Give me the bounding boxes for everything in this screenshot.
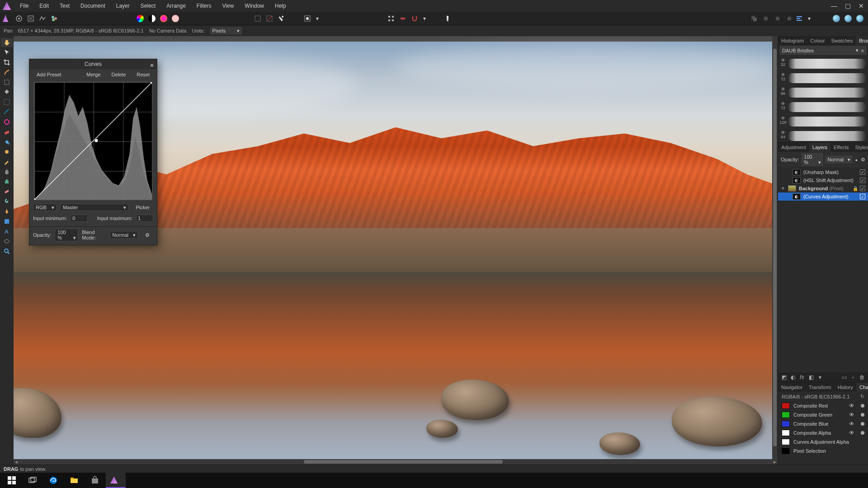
marquee-tool-icon[interactable] bbox=[1, 78, 13, 87]
curves-close-icon[interactable]: ✕ bbox=[150, 61, 154, 70]
brush-preset[interactable]: 64 bbox=[780, 129, 866, 142]
channel-visibility-icon[interactable]: 👁 bbox=[849, 421, 854, 427]
input-max-field[interactable] bbox=[136, 215, 153, 222]
blendmode-select[interactable]: Normal bbox=[110, 231, 138, 239]
menu-view[interactable]: View bbox=[217, 1, 240, 11]
menu-layer[interactable]: Layer bbox=[111, 1, 135, 11]
quickmask-icon[interactable] bbox=[303, 14, 312, 23]
layer-item-background[interactable]: ▼ Background (Pixel) 🔒 ✓ bbox=[778, 184, 868, 192]
layer-visibility-checkbox[interactable]: ✓ bbox=[860, 186, 865, 191]
channel-row[interactable]: Curves Adjustment Alpha bbox=[778, 437, 868, 446]
window-maximize[interactable]: ▢ bbox=[844, 2, 852, 9]
channel-edit-icon[interactable] bbox=[861, 422, 864, 426]
move-tool-icon[interactable] bbox=[1, 48, 13, 57]
tab-histogram[interactable]: Histogram bbox=[778, 36, 807, 45]
channel-row[interactable]: Composite Green👁 bbox=[778, 410, 868, 419]
tab-transform[interactable]: Transform bbox=[806, 383, 835, 392]
brush-preset[interactable]: 128 bbox=[780, 114, 866, 129]
fill-tool-icon[interactable] bbox=[1, 137, 13, 146]
add-preset-button[interactable]: Add Preset bbox=[33, 71, 65, 78]
brush-panel-menu-icon[interactable]: ≡ bbox=[861, 48, 864, 53]
tab-history[interactable]: History bbox=[835, 383, 856, 392]
blur-tool-icon[interactable] bbox=[1, 167, 13, 176]
layer-blend-icon[interactable]: ◧ bbox=[808, 374, 814, 380]
channel-row[interactable]: Pixel Selection bbox=[778, 446, 868, 455]
tab-adjustment[interactable]: Adjustment bbox=[778, 143, 809, 152]
vertical-scrollbar[interactable] bbox=[772, 36, 778, 459]
layer-lock-icon[interactable]: ⬥ bbox=[855, 157, 858, 162]
tab-channels[interactable]: Channels bbox=[856, 383, 868, 392]
persona-develop-icon[interactable] bbox=[26, 14, 35, 23]
stack-live-icon[interactable] bbox=[844, 14, 853, 23]
flood-select-icon[interactable] bbox=[1, 88, 13, 97]
layer-item-curves[interactable]: ◐ (Curves Adjustment) ✓ bbox=[778, 192, 868, 201]
channel-row[interactable]: Composite Red👁 bbox=[778, 401, 868, 410]
selection-marquee-icon[interactable] bbox=[253, 14, 262, 23]
channel-select[interactable]: Master bbox=[60, 204, 128, 211]
colour-dots-icon[interactable] bbox=[159, 14, 168, 23]
channel-edit-icon[interactable] bbox=[861, 431, 864, 435]
persona-tonemap-icon[interactable] bbox=[38, 14, 47, 23]
snap-magnet-icon[interactable] bbox=[410, 14, 419, 23]
shape-tool-icon[interactable] bbox=[1, 217, 13, 226]
layer-item[interactable]: ◐ (HSL Shift Adjustment) ✓ bbox=[778, 176, 868, 184]
window-minimize[interactable]: — bbox=[830, 2, 838, 9]
arrange-front-icon[interactable] bbox=[773, 14, 782, 23]
tab-navigator[interactable]: Navigator bbox=[778, 383, 806, 392]
persona-photo-icon[interactable] bbox=[3, 14, 12, 23]
reset-button[interactable]: Reset bbox=[133, 71, 153, 78]
input-min-field[interactable] bbox=[71, 215, 88, 222]
menu-edit[interactable]: Edit bbox=[34, 1, 54, 11]
stack-new-icon[interactable] bbox=[832, 14, 841, 23]
arrange-group-icon[interactable] bbox=[750, 14, 759, 23]
affinity-taskbar-icon[interactable] bbox=[106, 473, 126, 488]
explorer-icon[interactable] bbox=[64, 473, 84, 488]
menu-document[interactable]: Document bbox=[75, 1, 111, 11]
pencil-tool-icon[interactable] bbox=[1, 157, 13, 166]
dropdown-arrow-icon[interactable]: ▾ bbox=[315, 14, 320, 23]
layer-visibility-checkbox[interactable]: ✓ bbox=[860, 194, 865, 199]
dropdown-arrow-icon[interactable]: ▾ bbox=[807, 14, 812, 23]
snap-grid-icon[interactable] bbox=[387, 14, 396, 23]
selection-brush-icon[interactable] bbox=[1, 68, 13, 77]
taskview-button[interactable] bbox=[23, 473, 42, 488]
menu-file[interactable]: File bbox=[14, 1, 34, 11]
snap-toggle-icon[interactable] bbox=[398, 14, 407, 23]
arrange-back-icon[interactable] bbox=[761, 14, 770, 23]
brush-set-select[interactable]: DAUB Bristles▾ ≡ bbox=[780, 46, 866, 55]
paintbrush-tool-icon[interactable] bbox=[1, 108, 13, 117]
mesh-tool-icon[interactable] bbox=[1, 237, 13, 246]
clone-tool-icon[interactable] bbox=[1, 177, 13, 186]
contrast-icon[interactable] bbox=[147, 14, 156, 23]
curves-graph[interactable] bbox=[34, 82, 152, 200]
layer-item[interactable]: ◐ (Unsharp Mask) ✓ bbox=[778, 168, 868, 176]
zoom-tool-icon[interactable] bbox=[1, 247, 13, 256]
channel-visibility-icon[interactable]: 👁 bbox=[849, 430, 854, 436]
channel-row[interactable]: Composite Blue👁 bbox=[778, 419, 868, 428]
channel-reset-icon[interactable]: ↻ bbox=[860, 394, 864, 399]
layer-group-icon[interactable]: ▭ bbox=[841, 374, 847, 380]
brush-preset[interactable]: 32 bbox=[780, 56, 866, 71]
menu-window[interactable]: Window bbox=[239, 1, 269, 11]
layer-adjust-icon[interactable]: ◐ bbox=[790, 374, 796, 380]
channel-edit-icon[interactable] bbox=[861, 413, 864, 417]
align-icon[interactable] bbox=[795, 14, 804, 23]
delete-button[interactable]: Delete bbox=[108, 71, 129, 78]
start-button[interactable] bbox=[2, 473, 22, 488]
brush-preset[interactable]: 72 bbox=[780, 71, 866, 85]
assistant-icon[interactable] bbox=[443, 14, 452, 23]
persona-liquify-icon[interactable] bbox=[14, 14, 24, 23]
layer-delete-icon[interactable]: 🗑 bbox=[859, 374, 865, 380]
menu-select[interactable]: Select bbox=[135, 1, 161, 11]
selection-none-icon[interactable] bbox=[265, 14, 274, 23]
menu-help[interactable]: Help bbox=[269, 1, 292, 11]
layer-visibility-checkbox[interactable]: ✓ bbox=[860, 178, 865, 183]
curves-dialog[interactable]: Curves ✕ Add Preset Merge Delete Reset R… bbox=[29, 59, 157, 245]
hand-tool-icon[interactable] bbox=[1, 38, 13, 47]
erase-tool-icon[interactable] bbox=[1, 127, 13, 136]
channel-mode-select[interactable]: RGB bbox=[33, 204, 57, 211]
stack-hdr-icon[interactable] bbox=[855, 14, 864, 23]
channel-visibility-icon[interactable]: 👁 bbox=[849, 412, 854, 418]
menu-filters[interactable]: Filters bbox=[191, 1, 217, 11]
curves-title[interactable]: Curves ✕ bbox=[29, 59, 157, 69]
